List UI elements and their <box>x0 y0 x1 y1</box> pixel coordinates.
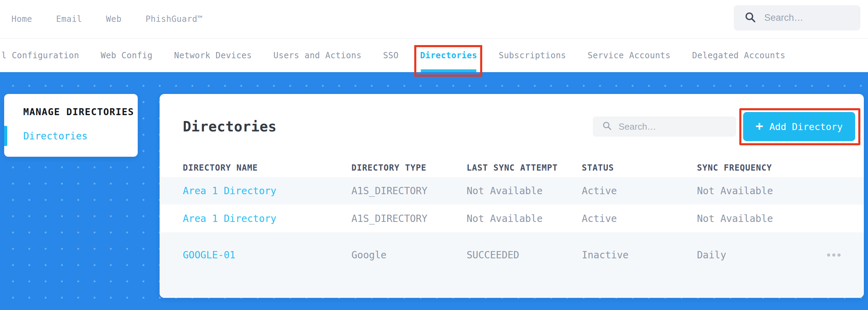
content-background: MANAGE DIRECTORIES Directories Directori… <box>0 72 868 310</box>
sync-frequency-cell: Not Available <box>697 185 823 197</box>
nav-item-email[interactable]: Email <box>56 14 82 24</box>
column-header-sync-frequency: SYNC FREQUENCY <box>697 163 823 173</box>
ellipsis-icon[interactable] <box>823 246 841 265</box>
nav-item-web[interactable]: Web <box>106 14 122 24</box>
panel-title: Directories <box>183 119 593 135</box>
tab-network-devices[interactable]: Network Devices <box>174 39 252 72</box>
tab-directories[interactable]: Directories <box>420 39 477 72</box>
sidebar-card-title: MANAGE DIRECTORIES <box>23 106 134 117</box>
directory-type-cell: A1S_DIRECTORY <box>351 213 467 224</box>
tab-service-accounts[interactable]: Service Accounts <box>588 39 671 72</box>
sync-frequency-cell: Not Available <box>697 213 823 224</box>
nav-item-home[interactable]: Home <box>11 14 32 24</box>
top-nav-items: Home Email Web PhishGuard™ <box>0 14 203 24</box>
active-item-marker <box>4 126 7 146</box>
add-directory-wrap: + Add Directory <box>743 112 855 141</box>
table-row: Area 1 Directory A1S_DIRECTORY Not Avail… <box>160 177 864 205</box>
global-search-placeholder: Search… <box>764 12 803 23</box>
sidebar-item-directories[interactable]: Directories <box>23 130 87 142</box>
last-sync-cell: SUCCEEDED <box>467 246 582 265</box>
tab-sso[interactable]: SSO <box>383 39 399 72</box>
nav-item-phishguard[interactable]: PhishGuard™ <box>145 14 202 24</box>
status-cell: Active <box>582 213 697 224</box>
add-directory-button[interactable]: + Add Directory <box>743 112 855 141</box>
table-row: GOOGLE-01 Google SUCCEEDED Inactive Dail… <box>160 232 864 298</box>
directories-panel: Directories Search… + Add Directory <box>160 94 864 298</box>
tab-delegated-accounts[interactable]: Delegated Accounts <box>692 39 785 72</box>
directory-type-cell: A1S_DIRECTORY <box>351 185 467 197</box>
directory-name-link[interactable]: GOOGLE-01 <box>183 246 351 265</box>
status-cell: Active <box>582 185 697 197</box>
column-header-status: STATUS <box>582 163 697 173</box>
table-row: Area 1 Directory A1S_DIRECTORY Not Avail… <box>160 205 864 232</box>
active-tab-underline <box>421 69 476 72</box>
manage-directories-card: MANAGE DIRECTORIES Directories <box>4 94 138 157</box>
directory-name-link[interactable]: Area 1 Directory <box>183 213 351 224</box>
tab-web-config[interactable]: Web Config <box>101 39 153 72</box>
column-header-directory-type: DIRECTORY TYPE <box>351 163 467 173</box>
directories-search-placeholder: Search… <box>619 121 656 132</box>
top-nav: Home Email Web PhishGuard™ Search… <box>0 0 868 38</box>
global-search-input[interactable]: Search… <box>734 5 860 31</box>
last-sync-cell: Not Available <box>467 213 582 224</box>
tab-users-and-actions[interactable]: Users and Actions <box>273 39 361 72</box>
status-cell: Inactive <box>582 246 697 265</box>
add-directory-label: Add Directory <box>769 121 843 132</box>
sync-frequency-cell: Daily <box>697 246 823 265</box>
column-header-last-sync-attempt: LAST SYNC ATTEMPT <box>467 163 582 173</box>
page: Home Email Web PhishGuard™ Search… l Con… <box>0 0 868 310</box>
table-header-row: DIRECTORY NAME DIRECTORY TYPE LAST SYNC … <box>183 158 841 177</box>
last-sync-cell: Not Available <box>467 185 582 197</box>
settings-tab-bar: l Configuration Web Config Network Devic… <box>0 39 868 72</box>
directory-type-cell: Google <box>351 246 467 265</box>
directories-search-input[interactable]: Search… <box>593 117 736 137</box>
search-icon <box>744 11 757 25</box>
search-icon <box>602 121 612 132</box>
directory-name-link[interactable]: Area 1 Directory <box>183 185 351 197</box>
plus-icon: + <box>756 120 763 132</box>
panel-header: Directories Search… + Add Directory <box>183 112 855 141</box>
column-header-directory-name: DIRECTORY NAME <box>183 163 351 173</box>
table-body: Area 1 Directory A1S_DIRECTORY Not Avail… <box>160 177 864 298</box>
tab-email-configuration[interactable]: l Configuration <box>1 39 79 72</box>
tab-subscriptions[interactable]: Subscriptions <box>499 39 566 72</box>
